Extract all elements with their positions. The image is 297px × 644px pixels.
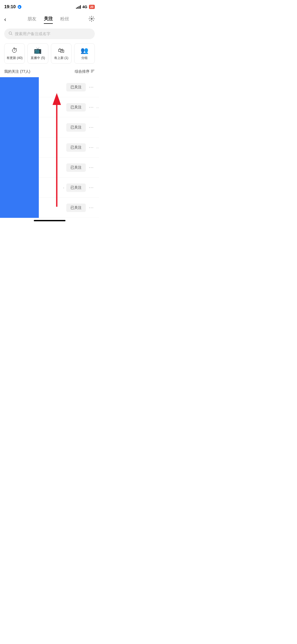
settings-button[interactable] [88,16,95,24]
search-icon [8,31,13,36]
more-button[interactable]: ··· [88,145,95,150]
partial-label: ··· [96,105,99,109]
user-actions: 已关注 ··· [66,83,95,91]
sort-icon [91,69,95,74]
user-actions: 已关注 ··· [66,204,95,212]
filter-updates-label: 有更新 (40) [7,56,23,60]
filter-products-label: 有上新 (1) [54,56,68,60]
search-placeholder: 搜索用户备注或名字 [15,31,50,36]
nav-tabs: 朋友 关注 粉丝 [27,16,69,24]
following-header: 我的关注 (77人) 综合排序 [0,68,99,77]
user-actions: 已关注 ··· [66,123,95,132]
nav-bar: ‹ 朋友 关注 粉丝 [0,12,99,25]
svg-point-0 [91,18,92,20]
tab-friends[interactable]: 朋友 [27,16,36,24]
svg-line-2 [11,34,12,35]
follow-button[interactable]: 已关注 [66,83,86,91]
follow-button[interactable]: 已关注 [66,143,86,152]
follow-button[interactable]: 已关注 [66,204,86,212]
following-count: 我的关注 (77人) [4,69,30,74]
more-button[interactable]: ··· [88,205,95,210]
sort-button[interactable]: 综合排序 [75,69,95,74]
user-actions: ··· 已关注 ··· [66,143,95,152]
location-icon [18,5,21,9]
clock-icon: ⏱ [11,47,18,54]
follow-button[interactable]: 已关注 [66,123,86,132]
live-icon: 📺 [34,47,42,54]
follow-button[interactable]: 已关注 [66,163,86,172]
filter-groups[interactable]: 👥 分组 [74,43,95,64]
user-actions: › 已关注 ··· [63,183,95,192]
more-button[interactable]: ··· [88,185,95,190]
blue-overlay [0,77,39,218]
signal-icon [76,5,81,9]
search-bar[interactable]: 搜索用户备注或名字 [4,29,95,39]
filter-new-products[interactable]: 🛍 有上新 (1) [51,43,72,64]
user-actions: ··· 已关注 ··· [66,103,95,112]
follow-button[interactable]: 已关注 [66,183,86,192]
back-button[interactable]: ‹ [4,15,8,24]
search-container: 搜索用户备注或名字 [0,25,99,42]
more-button[interactable]: ··· [88,125,95,130]
battery-icon: 20 [89,5,95,9]
user-actions: 已关注 ··· [66,163,95,172]
sort-label: 综合排序 [75,69,89,74]
more-button[interactable]: ··· [88,165,95,170]
partial-label: › [63,186,64,189]
filter-live[interactable]: 📺 直播中 (5) [27,43,48,64]
group-icon: 👥 [81,47,88,54]
shop-icon: 🛍 [58,47,64,54]
filter-has-updates[interactable]: ⏱ 有更新 (40) [4,43,25,64]
filter-groups-label: 分组 [81,56,88,60]
network-type: 4G [82,5,87,9]
home-indicator [0,218,99,223]
more-button[interactable]: ··· [88,104,95,110]
status-bar: 19:10 4G 20 [0,0,99,12]
more-button[interactable]: ··· [88,84,95,90]
filter-live-label: 直播中 (5) [31,56,45,60]
status-time: 19:10 [4,4,21,10]
status-right: 4G 20 [76,5,95,9]
tab-fans[interactable]: 粉丝 [60,16,69,24]
list-area: 已关注 ··· ··· 已关注 ··· 已关注 [0,77,99,218]
tab-following[interactable]: 关注 [44,16,53,24]
home-bar [34,220,65,221]
filter-cards: ⏱ 有更新 (40) 📺 直播中 (5) 🛍 有上新 (1) 👥 分组 [0,42,99,68]
follow-button[interactable]: 已关注 [66,103,86,112]
partial-label: ··· [96,145,99,149]
